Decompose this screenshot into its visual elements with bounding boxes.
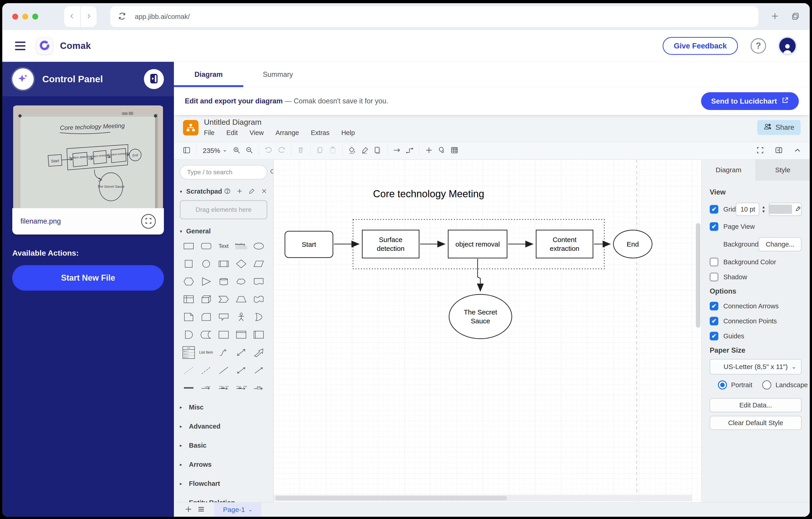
- background-color-checkbox[interactable]: [710, 258, 718, 266]
- chevron-up-icon[interactable]: [793, 146, 802, 155]
- scratchpad-drop-zone[interactable]: Drag elements here: [180, 200, 267, 219]
- shape-internal-storage-icon[interactable]: [180, 291, 197, 307]
- shape-card-icon[interactable]: [197, 309, 215, 325]
- shape-search-input[interactable]: [186, 169, 270, 176]
- connection-points-checkbox[interactable]: [710, 317, 718, 326]
- page-tab[interactable]: Page-1 ⌄: [214, 502, 261, 517]
- horizontal-scrollbar[interactable]: [275, 496, 507, 500]
- shape-link-icon[interactable]: Label: [197, 380, 215, 396]
- shape-actor-icon[interactable]: [232, 309, 250, 325]
- shape-data-storage-icon[interactable]: [197, 327, 215, 343]
- forward-button[interactable]: [81, 6, 97, 27]
- shape-circle-icon[interactable]: [197, 256, 215, 272]
- shadow-checkbox[interactable]: [710, 273, 718, 281]
- menu-help[interactable]: Help: [341, 129, 355, 136]
- shape-hexagon-icon[interactable]: [180, 274, 197, 289]
- connection-button[interactable]: [390, 144, 403, 157]
- shape-heading-icon[interactable]: Heading: [232, 238, 250, 254]
- section-advanced[interactable]: ▸Advanced: [180, 417, 267, 436]
- diagram-title[interactable]: Untitled Diagram: [204, 118, 261, 127]
- shape-dashed-line-icon[interactable]: [197, 362, 215, 378]
- guides-checkbox[interactable]: [710, 332, 718, 340]
- scratchpad-edit-icon[interactable]: [249, 188, 255, 195]
- toggle-right-panel-icon[interactable]: [775, 146, 783, 155]
- delete-button[interactable]: [294, 144, 307, 157]
- grid-color-picker[interactable]: [769, 203, 802, 216]
- shape-or-icon[interactable]: [250, 309, 267, 325]
- tab-diagram-settings[interactable]: Diagram: [701, 159, 756, 180]
- stepper-up-icon[interactable]: ▲: [762, 205, 765, 209]
- shape-list-item-icon[interactable]: List Item: [197, 344, 215, 360]
- shape-cylinder-icon[interactable]: [215, 274, 232, 289]
- scratchpad-add-icon[interactable]: [236, 188, 243, 195]
- shape-process-icon[interactable]: [215, 256, 232, 272]
- toggle-format-panel-button[interactable]: [180, 144, 193, 157]
- back-button[interactable]: [64, 6, 80, 27]
- zoom-select[interactable]: 235%: [200, 147, 230, 154]
- section-basic[interactable]: ▸Basic: [180, 436, 267, 455]
- give-feedback-button[interactable]: Give Feedback: [663, 37, 738, 55]
- zoom-in-button[interactable]: [230, 144, 243, 157]
- shape-rectangle-icon[interactable]: [180, 238, 197, 254]
- paste-style-button[interactable]: [326, 144, 339, 157]
- grid-checkbox[interactable]: [710, 205, 718, 214]
- help-icon[interactable]: ?: [751, 38, 766, 54]
- page-view-checkbox[interactable]: [710, 222, 718, 231]
- shape-bidirectional-arrow-icon[interactable]: [232, 344, 250, 360]
- fullscreen-icon[interactable]: [756, 146, 764, 155]
- scratchpad-close-icon[interactable]: [261, 188, 267, 195]
- node-surface-detection[interactable]: Surface detection: [362, 230, 419, 258]
- shape-cube-icon[interactable]: [197, 291, 215, 307]
- redo-button[interactable]: [275, 144, 288, 157]
- expand-image-button[interactable]: [141, 214, 156, 228]
- menu-extras[interactable]: Extras: [311, 129, 329, 136]
- node-content-extraction[interactable]: Content extraction: [536, 230, 593, 258]
- shape-text-icon[interactable]: Text: [215, 238, 232, 254]
- shape-horizontal-line-icon[interactable]: [180, 380, 197, 396]
- send-to-lucidchart-button[interactable]: Send to Lucidchart: [701, 92, 799, 110]
- shape-note-icon[interactable]: [180, 309, 197, 325]
- section-entity-relation[interactable]: ▸Entity Relation: [180, 493, 267, 502]
- shape-diamond-icon[interactable]: [232, 256, 250, 272]
- shape-document-icon[interactable]: [250, 274, 267, 289]
- change-background-button[interactable]: Change...: [759, 237, 802, 251]
- zoom-out-button[interactable]: [243, 144, 256, 157]
- new-tab-icon[interactable]: [771, 12, 779, 21]
- shape-labeled-arrow-icon[interactable]: SourceLabel: [215, 380, 232, 396]
- shape-cloud-icon[interactable]: [232, 274, 250, 289]
- fill-color-button[interactable]: [346, 144, 358, 157]
- shape-list-icon[interactable]: ListItem 1Item 2Item 3: [180, 344, 197, 360]
- tab-overview-icon[interactable]: [791, 12, 800, 21]
- scratchpad-help-icon[interactable]: [224, 188, 231, 195]
- shape-square-icon[interactable]: [180, 256, 197, 272]
- insert-shape-button[interactable]: [435, 144, 448, 157]
- node-secret-sauce[interactable]: The Secret Sauce: [449, 294, 512, 339]
- tab-style-settings[interactable]: Style: [756, 159, 810, 180]
- start-new-file-button[interactable]: Start New File: [12, 265, 164, 291]
- scratchpad-section[interactable]: ▾ Scratchpad: [180, 188, 267, 195]
- node-end[interactable]: End: [613, 230, 652, 258]
- shape-step-icon[interactable]: [215, 291, 232, 307]
- pages-menu-button[interactable]: [195, 506, 207, 514]
- shape-ellipse-icon[interactable]: [250, 238, 267, 254]
- tab-diagram[interactable]: Diagram: [174, 62, 243, 87]
- menu-edit[interactable]: Edit: [226, 129, 238, 136]
- shape-line-icon[interactable]: [215, 362, 232, 378]
- window-minimize-button[interactable]: [22, 13, 28, 20]
- window-close-button[interactable]: [12, 13, 18, 20]
- shape-trapezoid-icon[interactable]: [232, 291, 250, 307]
- menu-icon[interactable]: [15, 41, 26, 50]
- stepper-down-icon[interactable]: ▼: [762, 210, 765, 213]
- section-misc[interactable]: ▸Misc: [180, 398, 267, 417]
- clear-default-style-button[interactable]: Clear Default Style: [710, 416, 802, 430]
- shape-rounded-rectangle-icon[interactable]: [197, 238, 215, 254]
- grid-size-stepper[interactable]: ▲▼: [761, 205, 766, 213]
- menu-view[interactable]: View: [250, 129, 264, 136]
- paper-size-select[interactable]: US-Letter (8,5" x 11") ⌄: [710, 359, 802, 374]
- edit-data-button[interactable]: Edit Data...: [710, 398, 802, 412]
- node-start[interactable]: Start: [285, 231, 333, 258]
- portrait-radio[interactable]: [718, 380, 727, 390]
- address-bar[interactable]: app.jibb.ai/comak/: [110, 6, 758, 27]
- grid-size-input[interactable]: 10 pt: [736, 203, 759, 216]
- general-section[interactable]: ▾ General: [180, 227, 267, 235]
